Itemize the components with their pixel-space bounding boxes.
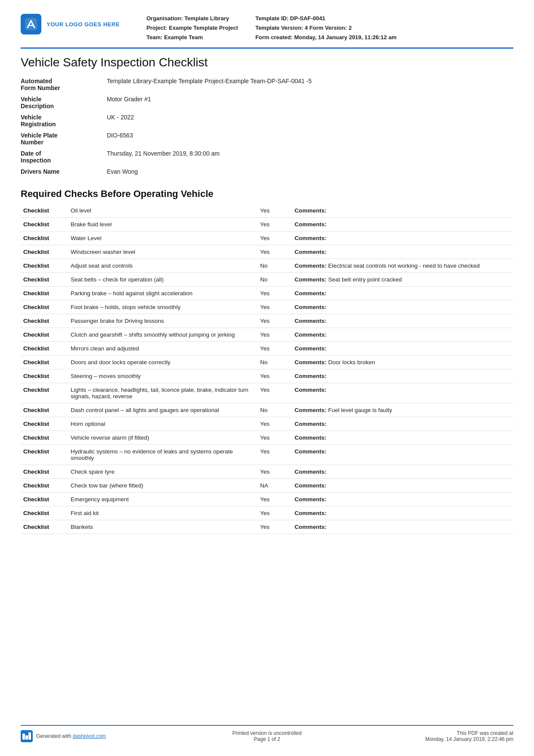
checklist-value: Yes (258, 465, 292, 479)
checklist-label: Checklist (21, 328, 68, 342)
footer-right: This PDF was created at Monday, 14 Janua… (410, 730, 513, 742)
checklist-item: Clutch and gearshift – shifts smoothly w… (68, 328, 258, 342)
checklist-label: Checklist (21, 356, 68, 369)
checklist-value: Yes (258, 314, 292, 328)
checklist-label: Checklist (21, 204, 68, 218)
org-value: Template Library (184, 15, 229, 22)
checklist-comments: Comments: (292, 431, 513, 445)
checklist-label: Checklist (21, 383, 68, 403)
svg-rect-2 (22, 734, 25, 740)
info-row: Automated Form NumberTemplate Library-Ex… (21, 75, 513, 94)
footer-center: Printed version is uncontrolled Page 1 o… (141, 730, 393, 742)
checklist-comments: Comments: Door locks broken (292, 356, 513, 369)
checklist-label: Checklist (21, 520, 68, 534)
checklist-comments: Comments: (292, 300, 513, 314)
checklist-item: Emergency equipment (68, 493, 258, 506)
checklist-value: Yes (258, 369, 292, 383)
template-id-value: DP-SAF-0041 (290, 15, 326, 22)
page: YOUR LOGO GOES HERE Organisation: Templa… (0, 0, 534, 756)
info-value: Evan Wong (107, 168, 138, 175)
checklist-comments: Comments: (292, 493, 513, 506)
table-row: ChecklistCheck spare tyreYesComments: (21, 465, 513, 479)
team-value: Example Team (164, 34, 203, 41)
table-row: ChecklistWater LevelYesComments: (21, 231, 513, 245)
team-label: Team: (146, 34, 162, 41)
checklist-value: Yes (258, 245, 292, 259)
table-row: ChecklistSeat belts – check for operatio… (21, 273, 513, 287)
checklist-value: Yes (258, 417, 292, 431)
checklist-item: Doors and door locks operate correctly (68, 356, 258, 369)
checklist-comments: Comments: (292, 204, 513, 218)
info-value: Thursday, 21 November 2019, 8:30:00 am (107, 150, 220, 164)
template-version-label: Template Version: (255, 25, 303, 31)
checklist-item: Hydraulic systems – no evidence of leaks… (68, 445, 258, 465)
table-row: ChecklistFirst aid kitYesComments: (21, 506, 513, 520)
checklist-item: Water Level (68, 231, 258, 245)
info-row: Vehicle DescriptionMotor Grader #1 (21, 94, 513, 112)
checklist-comments: Comments: (292, 369, 513, 383)
checklist-comments: Comments: (292, 218, 513, 231)
info-label: Vehicle Description (21, 96, 107, 109)
table-row: ChecklistMirrors clean and adjustedYesCo… (21, 342, 513, 356)
checklist-item: Windscreen washer level (68, 245, 258, 259)
dashpivot-link[interactable]: dashpivot.com (73, 733, 106, 739)
checklist-comments: Comments: (292, 231, 513, 245)
footer-center-line1: Printed version is uncontrolled (141, 730, 393, 736)
svg-rect-3 (25, 735, 28, 740)
table-row: ChecklistOil levelYesComments: (21, 204, 513, 218)
checklist-value: No (258, 259, 292, 273)
table-row: ChecklistHydraulic systems – no evidence… (21, 445, 513, 465)
checklist-label: Checklist (21, 314, 68, 328)
svg-rect-4 (28, 732, 31, 740)
checklist-comments: Comments: (292, 479, 513, 493)
checklist-item: Oil level (68, 204, 258, 218)
table-row: ChecklistParking brake – hold against sl… (21, 287, 513, 300)
info-label: Vehicle Plate Number (21, 132, 107, 146)
checklist-item: Mirrors clean and adjusted (68, 342, 258, 356)
checklist-comments: Comments: (292, 287, 513, 300)
info-table: Automated Form NumberTemplate Library-Ex… (21, 75, 513, 177)
project-label: Project: (146, 25, 167, 31)
checklist-comments: Comments: Electrical seat controls not w… (292, 259, 513, 273)
checklist-label: Checklist (21, 445, 68, 465)
checklist-item: Check tow bar (where fitted) (68, 479, 258, 493)
checklist-item: Passenger brake for Driving lessons (68, 314, 258, 328)
info-row: Vehicle Plate NumberDIO-6563 (21, 130, 513, 148)
checklist-table: ChecklistOil levelYesComments:ChecklistB… (21, 204, 513, 534)
checklist-value: Yes (258, 231, 292, 245)
doc-title: Vehicle Safety Inspection Checklist (21, 56, 513, 69)
checklist-label: Checklist (21, 403, 68, 417)
form-version-label: Form Version: (309, 25, 347, 31)
checklist-label: Checklist (21, 506, 68, 520)
form-version-value: 2 (348, 25, 351, 31)
checklist-value: Yes (258, 287, 292, 300)
checklist-comments: Comments: (292, 465, 513, 479)
checklist-item: Parking brake – hold against slight acce… (68, 287, 258, 300)
checklist-item: Blankets (68, 520, 258, 534)
logo-text: YOUR LOGO GOES HERE (47, 21, 120, 28)
form-created-label: Form created: (255, 34, 293, 41)
checklist-value: Yes (258, 445, 292, 465)
checklist-comments: Comments: (292, 417, 513, 431)
info-row: Drivers NameEvan Wong (21, 166, 513, 177)
checklist-comments: Comments: (292, 342, 513, 356)
footer-generated-text: Generated with dashpivot.com (36, 733, 106, 739)
table-row: ChecklistCheck tow bar (where fitted)NAC… (21, 479, 513, 493)
header-meta-left: Organisation: Template Library Project: … (146, 14, 238, 42)
checklist-value: No (258, 403, 292, 417)
form-created-value: Monday, 14 January 2019, 11:26:12 am (294, 34, 397, 41)
checklist-comments: Comments: Fuel level gauge is faulty (292, 403, 513, 417)
checklist-label: Checklist (21, 417, 68, 431)
info-label: Date of Inspection (21, 150, 107, 164)
section-heading: Required Checks Before Operating Vehicle (21, 188, 513, 200)
checklist-comments: Comments: (292, 314, 513, 328)
checklist-comments: Comments: Seat belt entry point cracked (292, 273, 513, 287)
table-row: ChecklistBlanketsYesComments: (21, 520, 513, 534)
checklist-label: Checklist (21, 231, 68, 245)
checklist-item: Horn optional (68, 417, 258, 431)
checklist-value: Yes (258, 383, 292, 403)
footer-right-line1: This PDF was created at (410, 730, 513, 736)
checklist-value: Yes (258, 493, 292, 506)
footer-logo-icon (21, 730, 33, 742)
info-label: Automated Form Number (21, 78, 107, 91)
